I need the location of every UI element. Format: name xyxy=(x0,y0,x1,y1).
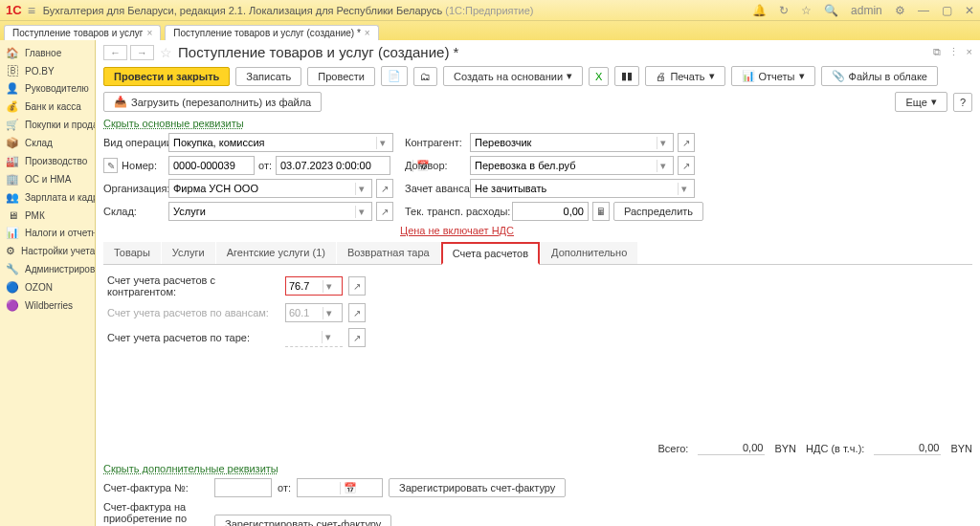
sklad-input[interactable]: ▾ xyxy=(168,202,372,221)
dog-label: Договор: xyxy=(405,160,458,171)
edit-num-button[interactable]: ✎ xyxy=(103,158,118,173)
doc-tab[interactable]: Поступление товаров и услуг× xyxy=(4,25,161,40)
create-based-button[interactable]: Создать на основании ▾ xyxy=(443,66,583,86)
post-close-button[interactable]: Провести и закрыть xyxy=(103,67,230,86)
user-label[interactable]: admin xyxy=(851,4,882,17)
barcode-button[interactable]: ▮▮ xyxy=(614,66,639,86)
doc-tabs: Товары Услуги Агентские услуги (1) Возвр… xyxy=(103,242,972,265)
more-button[interactable]: Еще ▾ xyxy=(895,92,947,112)
hide-extra-link[interactable]: Скрыть дополнительные реквизиты xyxy=(103,463,278,474)
dt-kt-button[interactable]: 📄 xyxy=(381,66,408,86)
reg-sf-button[interactable]: Зарегистрировать счет-фактуру xyxy=(389,478,566,497)
acc-avans-label: Счет учета расчетов по авансам: xyxy=(107,307,279,318)
contr-input[interactable]: ▾ xyxy=(470,133,674,152)
sidebar-item[interactable]: 🏢ОС и НМА xyxy=(0,170,95,188)
app-logo: 1C xyxy=(6,3,22,17)
detach-icon[interactable]: ⧉ xyxy=(933,46,941,58)
sidebar-item[interactable]: 🔵OZON xyxy=(0,278,95,296)
settings-icon[interactable]: ⚙ xyxy=(895,4,905,17)
doc-tab-active[interactable]: Поступление товаров и услуг (создание) *… xyxy=(165,25,378,40)
excel-button[interactable]: X xyxy=(589,67,609,86)
save-button[interactable]: Записать xyxy=(235,67,301,86)
tab-extra[interactable]: Дополнительно xyxy=(541,242,637,264)
trans-label: Тек. трансп. расходы: xyxy=(405,206,501,217)
print-button[interactable]: 🖨 Печать ▾ xyxy=(645,66,724,86)
sidebar-item[interactable]: 🛒Покупки и продажи xyxy=(0,116,95,134)
acc-contr-label: Счет учета расчетов с контрагентом: xyxy=(107,274,279,297)
sidebar-item[interactable]: 💰Банк и касса xyxy=(0,98,95,116)
history-icon[interactable]: ↻ xyxy=(779,4,789,17)
open-ref-button[interactable]: ↗ xyxy=(348,276,366,296)
acc-contr-input[interactable]: ▾ xyxy=(285,276,343,296)
acc-tara-label: Счет учета расчетов по таре: xyxy=(107,332,279,343)
avans-label: Зачет аванса: xyxy=(405,183,458,194)
sidebar-item[interactable]: 🔧Администрирование xyxy=(0,260,95,278)
home-icon: 🏠 xyxy=(6,47,19,59)
star-icon[interactable]: ☆ xyxy=(160,45,172,60)
sidebar-item[interactable]: 🟣Wildberries xyxy=(0,296,95,315)
acc-avans-input[interactable]: ▾ xyxy=(285,303,343,322)
chevron-down-icon[interactable]: ▾ xyxy=(376,137,389,149)
open-ref-button[interactable]: ↗ xyxy=(678,156,695,175)
op-type-input[interactable]: ▾ xyxy=(168,133,393,152)
page-title: Поступление товаров и услуг (создание) * xyxy=(178,44,458,60)
sf-buy-label: Счет-фактура на приобретение по анализир… xyxy=(103,501,209,526)
sidebar-item[interactable]: 👤Руководителю xyxy=(0,79,95,98)
number-input[interactable] xyxy=(168,156,255,175)
sidebar-item[interactable]: 📦Склад xyxy=(0,134,95,152)
total-label: Всего: xyxy=(658,443,689,454)
tab-close-icon[interactable]: × xyxy=(146,28,152,38)
tab-goods[interactable]: Товары xyxy=(103,242,161,264)
sidebar-item[interactable]: ⚙Настройки учета xyxy=(0,242,95,260)
sidebar-item[interactable]: 🏭Производство xyxy=(0,152,95,170)
org-label: Организация: xyxy=(103,183,157,194)
help-button[interactable]: ? xyxy=(953,93,972,112)
reg-sf-button-2[interactable]: Зарегистрировать счет-фактуру xyxy=(214,515,391,526)
hide-main-link[interactable]: Скрыть основные реквизиты xyxy=(103,118,244,129)
sidebar-item[interactable]: 👥Зарплата и кадры xyxy=(0,188,95,207)
files-button[interactable]: 📎 Файлы в облаке xyxy=(821,66,938,86)
import-button[interactable]: 📥 Загрузить (перезаполнить) из файла xyxy=(103,92,322,112)
calc-icon[interactable]: 🖩 xyxy=(592,202,610,221)
kebab-icon[interactable]: ⋮ xyxy=(948,46,959,58)
notif-icon[interactable]: 🔔 xyxy=(752,4,767,17)
tab-agent[interactable]: Агентские услуги (1) xyxy=(216,242,336,264)
close-icon[interactable]: ✕ xyxy=(965,4,974,17)
nav-fwd[interactable]: → xyxy=(130,45,154,60)
nav-back[interactable]: ← xyxy=(103,45,127,60)
avans-input[interactable]: ▾ xyxy=(470,179,695,198)
maximize-icon[interactable]: ▢ xyxy=(942,4,952,17)
date-input[interactable]: 📅 xyxy=(276,156,390,175)
vat-link[interactable]: Цена не включает НДС xyxy=(400,225,514,236)
distribute-button[interactable]: Распределить xyxy=(613,202,703,221)
reports-button[interactable]: 📊 Отчеты ▾ xyxy=(731,66,815,86)
tab-tara[interactable]: Возвратная тара xyxy=(337,242,440,264)
struct-button[interactable]: 🗂 xyxy=(413,67,437,86)
acc-tara-input[interactable]: ▾ xyxy=(285,328,343,347)
post-button[interactable]: Провести xyxy=(307,67,375,86)
sidebar-item[interactable]: 🇧PO.BY xyxy=(0,62,95,79)
open-ref-button[interactable]: ↗ xyxy=(678,133,695,152)
minimize-icon[interactable]: — xyxy=(918,4,929,17)
tab-close-icon[interactable]: × xyxy=(365,28,370,38)
favorite-icon[interactable]: ☆ xyxy=(801,4,812,17)
app-title: Бухгалтерия для Беларуси, редакция 2.1. … xyxy=(43,5,743,16)
sf-num-label: Счет-фактура №: xyxy=(103,482,209,493)
close-page-icon[interactable]: × xyxy=(967,46,972,58)
sidebar-item[interactable]: 📊Налоги и отчетность xyxy=(0,224,95,242)
op-type-label: Вид операции: xyxy=(103,137,157,148)
menu-icon[interactable]: ≡ xyxy=(28,3,35,18)
sf-date-input[interactable]: 📅 xyxy=(297,478,383,497)
org-input[interactable]: ▾ xyxy=(168,179,372,198)
tab-accounts[interactable]: Счета расчетов xyxy=(441,242,540,265)
vat-label: НДС (в т.ч.): xyxy=(806,443,864,454)
tab-services[interactable]: Услуги xyxy=(162,242,215,264)
sidebar-item[interactable]: 🏠Главное xyxy=(0,44,95,62)
trans-input[interactable] xyxy=(512,202,589,221)
sidebar-item[interactable]: 🖥РМК xyxy=(0,207,95,224)
sidebar: 🏠Главное 🇧PO.BY 👤Руководителю 💰Банк и ка… xyxy=(0,40,96,526)
calendar-icon[interactable]: 📅 xyxy=(340,482,360,494)
search-icon[interactable]: 🔍 xyxy=(824,4,838,17)
dog-input[interactable]: ▾ xyxy=(470,156,674,175)
sf-num-input[interactable] xyxy=(214,478,272,497)
